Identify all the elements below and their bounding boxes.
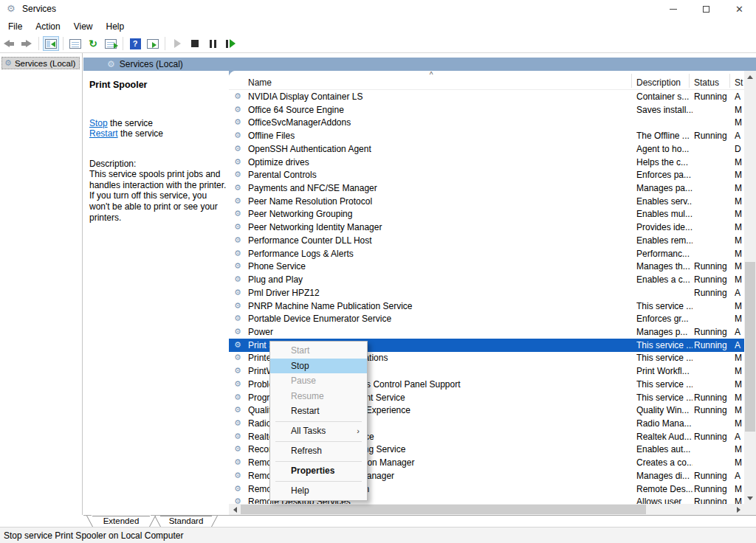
service-gear-icon: ⚙ [234,405,241,415]
context-menu-item-start: Start [270,343,367,359]
column-header-name[interactable]: Name [248,77,272,88]
column-separator[interactable] [689,74,690,88]
service-gear-icon: ⚙ [234,183,241,193]
service-description: Container s... [636,91,693,102]
service-description: Enables rem... [636,235,693,246]
service-gear-icon: ⚙ [234,249,241,258]
show-console-tree-button[interactable] [43,36,59,51]
service-row[interactable]: ⚙NVIDIA Display Container LSContainer s.… [229,90,744,103]
stop-service-link[interactable]: Stop [89,118,108,128]
export-list-button[interactable] [103,36,119,51]
context-menu-item-properties[interactable]: Properties [270,463,367,479]
tab-extended[interactable]: Extended [87,516,155,527]
service-startup-type: M [735,183,744,193]
properties-button[interactable] [67,36,83,51]
menu-item-help[interactable]: Help [100,19,131,34]
service-row[interactable]: ⚙Pml Driver HPZ12RunningA [229,286,744,300]
service-description: This service ... [636,392,693,403]
pane-header-gear-icon: ⚙ [107,59,115,69]
forward-button[interactable] [18,36,35,51]
service-row[interactable]: ⚙Portable Device Enumerator ServiceEnfor… [229,312,744,325]
column-header-status[interactable]: Status [694,77,719,88]
context-menu-item-help[interactable]: Help [270,483,367,499]
menu-item-action[interactable]: Action [29,19,66,34]
vertical-scroll-thumb[interactable] [745,262,755,432]
vertical-scrollbar[interactable] [744,71,756,515]
service-row[interactable]: ⚙Performance Logs & AlertsPerformanc...M [229,247,744,260]
service-row[interactable]: ⚙PowerManages p...RunningA [229,325,744,339]
scroll-up-arrow[interactable] [744,71,756,83]
scroll-left-arrow[interactable] [229,504,241,515]
service-row[interactable]: ⚙Performance Counter DLL HostEnables rem… [229,234,744,247]
service-row[interactable]: ⚙Peer Networking GroupingEnables mul...M [229,207,744,221]
service-row[interactable]: ⚙Office 64 Source EngineSaves install...… [229,103,744,117]
service-row[interactable]: ⚙PNRP Machine Name Publication ServiceTh… [229,300,744,313]
context-menu-item-refresh[interactable]: Refresh [270,443,367,459]
context-menu-item-all-tasks[interactable]: All Tasks› [270,423,367,439]
menu-item-view[interactable]: View [67,19,100,34]
back-icon [4,40,14,47]
restart-service-button[interactable] [222,36,238,51]
service-row[interactable]: ⚙Parental ControlsEnforces pa...M [229,168,744,181]
context-menu-item-restart[interactable]: Restart [270,404,367,419]
service-row[interactable]: ⚙Offline FilesThe Offline ...RunningA [229,129,744,142]
service-gear-icon: ⚙ [234,144,241,153]
scroll-down-arrow[interactable] [744,492,756,504]
restart-service-link[interactable]: Restart [89,128,118,139]
service-gear-icon: ⚙ [234,418,241,428]
minimize-button[interactable] [656,0,690,18]
service-description: Radio Mana... [636,418,693,429]
content-area: ⚙ Services (Local) ⚙ Services (Local) Pr… [0,53,756,515]
pause-service-button[interactable] [205,36,221,51]
service-row[interactable]: ⚙Plug and PlayEnables a c...RunningM [229,273,744,286]
context-menu: StartStopPauseResumeRestartAll Tasks›Ref… [269,341,368,501]
service-row[interactable]: ⚙OpenSSH Authentication AgentAgent to ho… [229,142,744,156]
column-header-startup-type[interactable]: St [735,77,743,88]
service-row[interactable]: ⚙Optimize drivesHelps the c...M [229,156,744,169]
service-description: Remote Des... [636,484,693,494]
service-gear-icon: ⚙ [234,235,241,245]
horizontal-scrollbar[interactable] [229,504,744,515]
service-row[interactable]: ⚙OfficeSvcManagerAddonsM [229,116,744,129]
horizontal-scroll-thumb[interactable] [241,505,646,514]
service-startup-type: A [735,131,744,141]
column-header-description[interactable]: Description [636,77,681,88]
refresh-button[interactable]: ↻ [85,36,101,51]
service-startup-type: M [735,418,744,429]
close-button[interactable]: ✕ [723,0,756,18]
service-gear-icon: ⚙ [234,288,241,297]
service-name: Peer Networking Identity Manager [248,222,619,232]
service-name: Peer Networking Grouping [248,209,619,219]
close-icon: ✕ [735,4,743,14]
column-separator[interactable] [631,74,632,88]
help-button[interactable]: ? [127,36,143,51]
tab-strip: ExtendedStandard [83,515,756,527]
tab-standard[interactable]: Standard [155,516,217,527]
maximize-button[interactable] [690,0,723,18]
main-pane: ⚙ Services (Local) Print Spooler Stop th… [83,53,756,515]
service-row[interactable]: ⚙Payments and NFC/SE ManagerManages pa..… [229,181,744,195]
service-description: This service ... [636,379,693,390]
console-tree-pane: ⚙ Services (Local) [0,53,83,515]
service-row[interactable]: ⚙Peer Name Resolution ProtocolEnables se… [229,195,744,208]
services-window: ⚙ Services ✕ FileActionViewHelp ↻ ? ⚙ Se… [0,0,756,543]
service-gear-icon: ⚙ [234,170,241,179]
column-separator[interactable] [729,74,730,88]
service-row[interactable]: ⚙Phone ServiceManages th...RunningM [229,260,744,273]
app-gear-icon: ⚙ [7,3,16,14]
menu-item-file[interactable]: File [1,19,29,34]
service-startup-type: M [735,366,744,376]
tab-merge [92,515,151,516]
service-startup-type: M [735,444,744,454]
service-row[interactable]: ⚙Peer Networking Identity ManagerProvide… [229,221,744,234]
context-menu-item-stop[interactable]: Stop [270,359,367,374]
scroll-right-arrow[interactable] [732,504,744,515]
service-description: Quality Win... [636,405,693,415]
status-bar: Stop service Print Spooler on Local Comp… [0,527,756,543]
service-startup-type: M [735,196,744,207]
back-button[interactable] [1,36,17,51]
stop-service-button[interactable] [187,36,203,51]
service-description: Allows user [636,497,693,504]
tree-item-services-local[interactable]: ⚙ Services (Local) [1,57,80,69]
show-action-pane-button[interactable] [145,36,161,51]
